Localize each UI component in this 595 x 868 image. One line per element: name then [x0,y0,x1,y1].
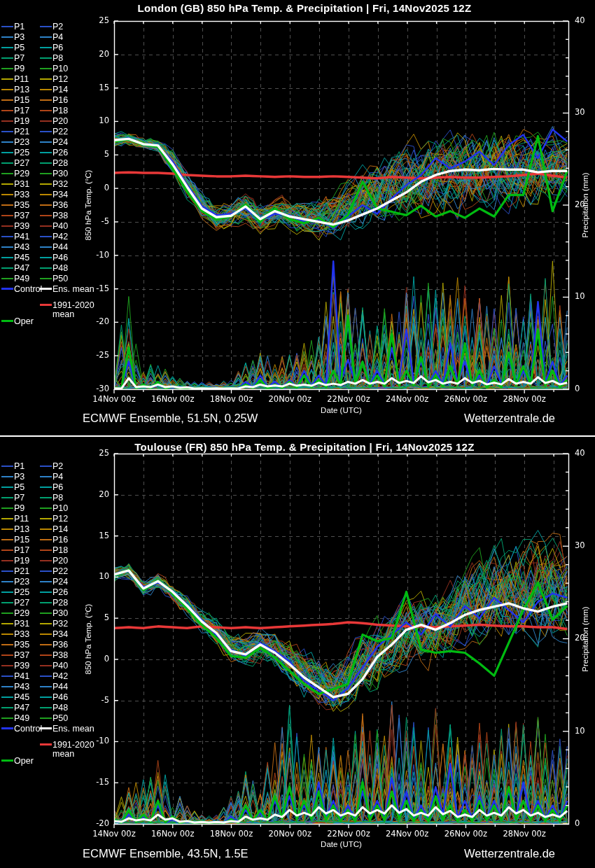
legend-label: P21 [14,127,29,136]
legend-label: P31 [14,179,29,189]
legend-label: P14 [52,524,68,534]
legend-label: P27 [14,598,29,608]
legend-label: P30 [52,169,68,178]
legend-color-swatch [40,676,52,677]
legend-color-swatch [40,612,52,614]
legend-color-swatch [40,727,52,729]
legend-color-swatch [40,110,52,111]
legend-label: P12 [52,514,68,524]
legend-label: P22 [52,127,68,136]
legend-label: P37 [14,650,29,660]
legend-item: P28 [40,598,68,608]
legend-item: P8 [40,54,63,63]
legend-color-swatch [40,304,52,306]
legend-item: P21 [1,567,29,576]
ensemble-legend: P1P2P3P4P5P6P7P8P9P10P11P12P13P14P15P16P… [1,462,113,774]
legend-color-swatch [40,602,52,603]
legend-label: P48 [52,703,68,713]
legend-label: P40 [52,221,68,231]
legend-item: P50 [40,274,68,284]
legend-color-swatch [40,26,52,27]
legend-color-swatch [40,173,52,174]
legend-label: P34 [52,190,68,200]
legend-label: P13 [14,524,29,534]
legend-color-swatch [40,152,52,153]
legend-label: P23 [14,577,29,587]
legend-item: P47 [1,704,29,713]
legend-item: P29 [1,169,29,178]
legend-color-swatch [40,486,52,488]
legend-label: P15 [14,535,29,545]
legend-item: P3 [1,472,24,482]
legend-item: P19 [1,117,29,126]
legend-item: P39 [1,662,29,671]
legend-color-swatch [1,707,13,708]
legend-item: P37 [1,211,29,220]
legend-item: P25 [1,148,29,158]
legend-color-swatch [1,602,13,603]
legend-item: P38 [40,211,68,220]
legend-label: P17 [14,106,29,115]
legend-label: P19 [14,556,29,566]
legend-color-swatch [40,183,52,185]
legend-label: Control [14,724,42,734]
legend-item: 1991-2020mean [40,301,94,319]
legend-item: P48 [40,704,68,713]
legend-label: P8 [52,493,63,503]
legend-item: P24 [40,138,68,147]
legend-label: P39 [14,221,29,231]
source-watermark: Wetterzentrale.de [464,412,555,425]
legend-color-swatch [1,486,13,488]
legend-item: P26 [40,148,68,158]
legend-item: P16 [40,536,68,545]
legend-item: P17 [1,546,29,555]
legend-color-swatch [40,707,52,708]
legend-item: P41 [1,232,29,241]
legend-label: P9 [14,64,24,74]
legend-item: P43 [1,682,29,692]
legend-item: P45 [1,693,29,702]
legend-item: P18 [40,546,68,555]
legend-color-swatch [1,581,13,582]
legend-label: Control [14,284,42,294]
legend-item: P2 [40,462,63,471]
legend-color-swatch [1,110,13,111]
legend-label: P2 [52,22,63,31]
page-title: London (GB) 850 hPa Temp. & Precipitatio… [0,2,595,14]
legend-item: P42 [40,232,68,241]
legend-color-swatch [1,676,13,677]
legend-item: P48 [40,264,68,273]
legend-color-swatch [40,225,52,227]
legend-label: P5 [14,482,24,492]
legend-item: P38 [40,651,68,660]
legend-label: P27 [14,158,29,168]
legend-color-swatch [1,760,13,762]
legend-label: P2 [52,461,63,471]
legend-label: P43 [14,682,29,692]
legend-label: P40 [52,661,68,671]
legend-item: P18 [40,106,68,115]
legend-item: P3 [1,33,24,42]
model-location-caption: ECMWF Ensemble, 43.5N, 1.5E [83,847,248,860]
legend-item: P43 [1,243,29,252]
legend-item: Oper [1,757,34,766]
legend-item: P44 [40,243,68,252]
legend-label: P36 [52,200,68,210]
legend-color-swatch [40,194,52,195]
legend-label: P35 [14,200,29,210]
legend-item: P16 [40,96,68,105]
legend-item: 1991-2020mean [40,741,94,759]
legend-color-swatch [40,215,52,216]
legend-item: P10 [40,64,68,74]
legend-item: P47 [1,264,29,273]
legend-color-swatch [40,57,52,59]
legend-color-swatch [40,644,52,645]
legend-color-swatch [40,634,52,635]
legend-label: P9 [14,503,24,513]
legend-item: P35 [1,201,29,210]
legend-label: P30 [52,608,68,618]
legend-color-swatch [40,592,52,593]
legend-label: P14 [52,85,68,94]
legend-color-swatch [40,131,52,132]
legend-item: P41 [1,672,29,681]
